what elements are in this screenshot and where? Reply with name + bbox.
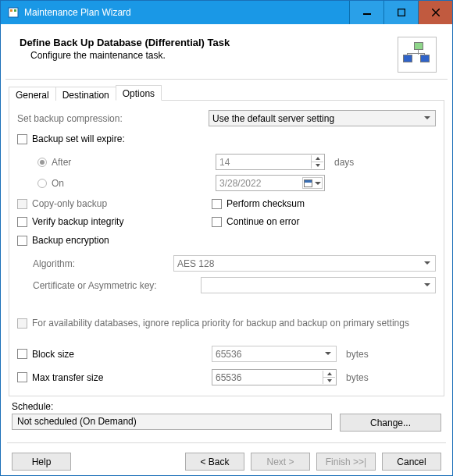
after-label: After (52, 157, 216, 168)
compression-value: Use the default server setting (212, 113, 334, 124)
svg-rect-3 (363, 13, 371, 15)
on-label: On (52, 178, 216, 189)
after-radio (37, 158, 47, 167)
wizard-icon (398, 37, 437, 73)
svg-rect-1 (10, 9, 12, 12)
compression-select[interactable]: Use the default server setting (209, 110, 436, 126)
on-radio (37, 179, 47, 188)
tabs: General Destination Options (9, 85, 161, 101)
options-panel: General Destination Options Set backup c… (9, 100, 444, 396)
continue-on-error-checkbox[interactable] (212, 217, 222, 227)
max-transfer-unit: bytes (346, 372, 369, 383)
svg-rect-4 (398, 9, 405, 16)
block-size-checkbox[interactable] (17, 349, 27, 359)
max-transfer-label: Max transfer size (32, 372, 212, 383)
compression-label: Set backup compression: (17, 113, 209, 124)
back-button[interactable]: < Back (185, 453, 244, 471)
window-buttons (349, 1, 452, 24)
block-size-select: 65536 (212, 346, 337, 362)
expire-checkbox[interactable] (17, 134, 27, 144)
schedule-label: Schedule: (12, 401, 441, 412)
schedule-input: Not scheduled (On Demand) (12, 414, 332, 430)
cert-label: Certificate or Asymmetric key: (33, 280, 201, 291)
algorithm-select: AES 128 (173, 255, 436, 272)
block-size-label: Block size (32, 349, 212, 360)
page-subtitle: Configure the maintenance task. (20, 50, 398, 61)
chevron-down-icon (424, 116, 430, 119)
schedule-area: Schedule: Not scheduled (On Demand) Chan… (12, 401, 441, 432)
change-button[interactable]: Change... (340, 414, 441, 432)
copy-only-label: Copy-only backup (32, 198, 212, 209)
minimize-button[interactable] (349, 1, 383, 24)
after-unit: days (334, 157, 354, 168)
block-size-value: 65536 (216, 349, 241, 360)
algorithm-label: Algorithm: (33, 258, 173, 269)
on-value: 3/28/2022 (219, 178, 261, 189)
max-transfer-spinner: 65536 (212, 369, 337, 385)
svg-rect-0 (9, 8, 18, 17)
ag-checkbox (17, 318, 27, 329)
ag-label: For availability databases, ignore repli… (32, 318, 409, 329)
after-value: 14 (219, 157, 230, 168)
cert-select (201, 277, 436, 293)
app-icon (7, 6, 20, 19)
encryption-label: Backup encryption (32, 235, 109, 246)
encryption-checkbox[interactable] (17, 236, 27, 246)
verify-integrity-label: Verify backup integrity (32, 216, 212, 227)
on-datepicker: 3/28/2022 (216, 175, 325, 191)
close-button[interactable] (418, 1, 452, 24)
cancel-button[interactable]: Cancel (382, 453, 441, 471)
titlebar[interactable]: Maintenance Plan Wizard (1, 1, 452, 24)
tab-general[interactable]: General (9, 87, 56, 101)
help-button[interactable]: Help (12, 453, 71, 471)
wizard-header: Define Back Up Database (Differential) T… (1, 24, 452, 79)
verify-integrity-checkbox[interactable] (17, 217, 27, 227)
chevron-down-icon (424, 283, 430, 286)
perform-checksum-checkbox[interactable] (212, 199, 222, 209)
chevron-down-icon (315, 182, 321, 185)
tab-destination[interactable]: Destination (55, 87, 116, 101)
copy-only-checkbox (17, 199, 27, 209)
block-size-unit: bytes (346, 349, 369, 360)
expire-label: Backup set will expire: (32, 133, 125, 144)
window-title: Maintenance Plan Wizard (24, 7, 349, 18)
calendar-icon (304, 179, 312, 187)
after-spinner: 14 (216, 154, 325, 170)
footer: Help < Back Next > Finish >>| Cancel (1, 443, 452, 476)
chevron-down-icon (424, 261, 430, 265)
continue-on-error-label: Continue on error (226, 216, 299, 227)
algorithm-value: AES 128 (177, 258, 214, 269)
tab-options[interactable]: Options (116, 85, 162, 101)
maximize-button[interactable] (383, 1, 418, 24)
finish-button: Finish >>| (316, 453, 376, 471)
max-transfer-value: 65536 (216, 372, 241, 383)
page-title: Define Back Up Database (Differential) T… (20, 37, 398, 48)
chevron-down-icon (325, 352, 331, 355)
max-transfer-checkbox[interactable] (17, 372, 27, 382)
next-button: Next > (251, 453, 310, 471)
dialog-window: Maintenance Plan Wizard Define Back Up D… (0, 0, 453, 476)
perform-checksum-label: Perform checksum (226, 198, 305, 209)
svg-rect-2 (14, 9, 16, 12)
